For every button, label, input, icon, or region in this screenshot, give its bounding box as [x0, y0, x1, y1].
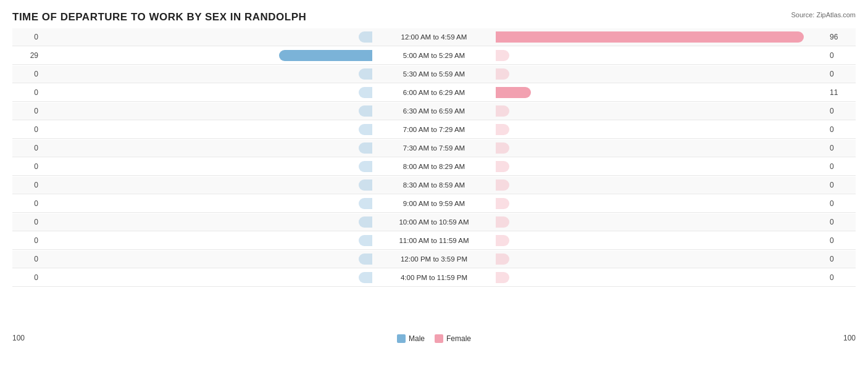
time-label: 4:00 PM to 11:59 PM: [372, 274, 496, 281]
male-value: 0: [12, 236, 42, 245]
bars-section: 5:00 AM to 5:29 AM: [42, 47, 826, 64]
bars-section: 7:30 AM to 7:59 AM: [42, 139, 826, 157]
source-label: Source: ZipAtlas.com: [791, 11, 856, 19]
chart-row: 0 6:30 AM to 6:59 AM 0: [12, 102, 856, 120]
male-bar: [359, 216, 372, 228]
female-bar-wrap: [496, 234, 826, 247]
male-bar-wrap: [42, 86, 372, 99]
female-bar: [496, 68, 509, 80]
female-value: 0: [826, 162, 856, 171]
chart-row: 0 6:00 AM to 6:29 AM 11: [12, 84, 856, 102]
female-value: 0: [826, 199, 856, 208]
male-bar-wrap: [42, 253, 372, 265]
male-bar-wrap: [42, 105, 372, 117]
female-bar: [496, 272, 509, 283]
female-bar: [496, 87, 531, 98]
female-bar-wrap: [496, 68, 826, 80]
female-bar-wrap: [496, 216, 826, 228]
female-value: 0: [826, 125, 856, 134]
female-value: 0: [826, 51, 856, 60]
chart-row: 0 8:00 AM to 8:29 AM 0: [12, 158, 856, 176]
female-bar-wrap: [496, 197, 826, 210]
male-bar: [359, 272, 372, 283]
chart-row: 0 12:00 AM to 4:59 AM 96: [12, 28, 856, 46]
legend: Male Female: [397, 334, 471, 343]
male-bar: [359, 198, 372, 209]
male-value: 0: [12, 88, 42, 97]
bars-section: 11:00 AM to 11:59 AM: [42, 232, 826, 249]
male-bar-wrap: [42, 197, 372, 210]
time-label: 5:00 AM to 5:29 AM: [372, 52, 496, 59]
female-value: 96: [826, 33, 856, 41]
chart-title: TIME OF DEPARTURE TO WORK BY SEX IN RAND…: [12, 11, 856, 23]
male-value: 0: [12, 125, 42, 134]
male-bar-wrap: [42, 271, 372, 284]
male-bar-wrap: [42, 68, 372, 80]
bars-section: 7:00 AM to 7:29 AM: [42, 121, 826, 138]
male-bar: [279, 50, 372, 61]
female-bar-wrap: [496, 49, 826, 62]
time-label: 12:00 PM to 3:59 PM: [372, 255, 496, 263]
x-axis-left-label: 100: [12, 334, 49, 342]
bars-section: 12:00 AM to 4:59 AM: [42, 28, 826, 46]
male-bar-wrap: [42, 179, 372, 191]
female-bar: [496, 142, 509, 154]
legend-female-box: [435, 334, 443, 343]
male-bar-wrap: [42, 31, 372, 43]
female-bar: [496, 216, 509, 228]
male-bar: [359, 105, 372, 117]
male-value: 0: [12, 33, 42, 41]
chart-row: 0 9:00 AM to 9:59 AM 0: [12, 195, 856, 213]
female-bar-wrap: [496, 31, 826, 43]
female-bar: [496, 235, 509, 246]
bars-section: 9:00 AM to 9:59 AM: [42, 195, 826, 212]
female-value: 0: [826, 236, 856, 245]
chart-row: 0 5:30 AM to 5:59 AM 0: [12, 65, 856, 83]
female-value: 0: [826, 255, 856, 263]
female-bar-wrap: [496, 105, 826, 117]
chart-row: 0 11:00 AM to 11:59 AM 0: [12, 232, 856, 250]
male-value: 0: [12, 144, 42, 152]
male-value: 0: [12, 107, 42, 115]
legend-male-box: [397, 334, 406, 343]
male-value: 0: [12, 273, 42, 282]
bars-section: 8:00 AM to 8:29 AM: [42, 158, 826, 175]
x-axis-right-label: 100: [819, 334, 856, 342]
female-value: 0: [826, 144, 856, 152]
chart-area: 0 12:00 AM to 4:59 AM 96 29 5:00 AM to 5…: [12, 28, 856, 331]
male-value: 0: [12, 255, 42, 263]
female-bar: [496, 198, 509, 209]
female-value: 11: [826, 88, 856, 97]
time-label: 6:00 AM to 6:29 AM: [372, 89, 496, 96]
legend-female: Female: [435, 334, 471, 343]
male-bar: [359, 31, 372, 43]
chart-row: 0 7:00 AM to 7:29 AM 0: [12, 121, 856, 139]
female-bar: [496, 161, 509, 172]
time-label: 7:00 AM to 7:29 AM: [372, 126, 496, 133]
bars-section: 6:00 AM to 6:29 AM: [42, 84, 826, 101]
male-bar: [359, 179, 372, 191]
bars-section: 12:00 PM to 3:59 PM: [42, 250, 826, 268]
male-bar: [359, 124, 372, 135]
female-bar-wrap: [496, 253, 826, 265]
time-label: 8:00 AM to 8:29 AM: [372, 163, 496, 170]
female-bar: [496, 105, 509, 117]
female-bar-wrap: [496, 160, 826, 173]
bars-section: 4:00 PM to 11:59 PM: [42, 269, 826, 286]
female-bar: [496, 50, 509, 61]
chart-container: TIME OF DEPARTURE TO WORK BY SEX IN RAND…: [0, 0, 868, 367]
female-bar: [496, 124, 509, 135]
male-bar-wrap: [42, 216, 372, 228]
bars-section: 10:00 AM to 10:59 AM: [42, 213, 826, 231]
female-bar-wrap: [496, 86, 826, 99]
time-label: 6:30 AM to 6:59 AM: [372, 107, 496, 115]
male-value: 0: [12, 218, 42, 226]
male-value: 0: [12, 162, 42, 171]
female-bar-wrap: [496, 271, 826, 284]
male-value: 0: [12, 70, 42, 78]
bottom-row: 100 Male Female 100: [12, 333, 856, 343]
chart-row: 0 12:00 PM to 3:59 PM 0: [12, 250, 856, 268]
time-label: 7:30 AM to 7:59 AM: [372, 144, 496, 152]
time-label: 11:00 AM to 11:59 AM: [372, 237, 496, 244]
male-bar: [359, 235, 372, 246]
